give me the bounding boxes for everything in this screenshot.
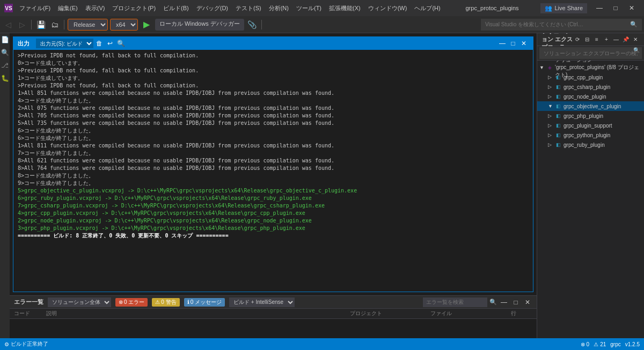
error-status-icon: ⊗ xyxy=(581,341,585,347)
output-minimize-btn[interactable]: — xyxy=(497,39,507,48)
output-content[interactable]: >Previous IPDB not found, fall back to f… xyxy=(13,50,533,292)
app-icon: VS xyxy=(4,4,13,12)
project-icon: ◧ xyxy=(554,112,562,120)
live-share-icon: 👥 xyxy=(545,5,552,12)
menu-view[interactable]: 表示(V) xyxy=(82,3,108,13)
menu-analyze[interactable]: 分析(N) xyxy=(266,3,292,13)
output-wrap-btn[interactable]: ↩ xyxy=(105,39,115,48)
minimize-button[interactable]: — xyxy=(591,1,608,16)
activity-git[interactable]: ⎇ xyxy=(1,61,9,70)
output-line: 8>All 621 functions were compiled becaus… xyxy=(18,157,529,165)
save-all-button[interactable]: 🗂 xyxy=(49,19,61,31)
message-count-badge[interactable]: ℹ 0 メッセージ xyxy=(184,298,225,307)
error-count-badge[interactable]: ⊗ 0 エラー xyxy=(115,298,148,307)
se-new-sol-btn[interactable]: + xyxy=(602,35,611,44)
error-panel-minimize[interactable]: — xyxy=(499,297,509,307)
project-icon: ◧ xyxy=(554,122,562,129)
se-title-bar: ソリューション エクスプローラー ⟳ ⊟ ≡ + — 📌 ✕ xyxy=(537,33,644,46)
activity-files[interactable]: 📄 xyxy=(1,35,9,44)
se-search-icon: 🔍 xyxy=(633,47,640,53)
output-title: 出力 xyxy=(18,40,30,48)
output-line: 3>grpc_php_plugin.vcxproj -> D:\c++\MyRP… xyxy=(18,225,529,232)
menu-build[interactable]: ビルド(B) xyxy=(160,3,192,13)
solution-explorer: ソリューション エクスプローラー ⟳ ⊟ ≡ + — 📌 ✕ 🔍 ▼ ◈ ソリュ… xyxy=(537,33,644,338)
toolbar-sep-2 xyxy=(64,20,64,29)
error-search-input[interactable] xyxy=(423,297,487,307)
debug-target-label: ローカル Windows デバッガー xyxy=(155,19,244,31)
menu-debug[interactable]: デバッグ(D) xyxy=(193,3,231,13)
se-search-bar: 🔍 xyxy=(537,46,644,61)
live-share-button[interactable]: 👥 Live Share xyxy=(540,3,587,13)
project-node-csharp[interactable]: ▷ ◧ grpc_csharp_plugin xyxy=(537,82,644,92)
output-line: 1>コード生成しています。 xyxy=(18,75,529,82)
col-header-desc: 説明 xyxy=(46,310,350,317)
menu-file[interactable]: ファイル(F) xyxy=(16,3,54,13)
output-line: 7>コード生成が終了しました。 xyxy=(18,150,529,157)
title-right: 👥 Live Share — □ ✕ xyxy=(540,1,640,16)
expand-icon: ▷ xyxy=(548,132,554,138)
project-icon: ◧ xyxy=(554,141,562,148)
activity-debug[interactable]: 🐛 xyxy=(1,74,9,83)
warning-count-badge[interactable]: ⚠ 0 警告 xyxy=(152,298,179,307)
back-button[interactable]: ◁ xyxy=(2,19,14,31)
error-panel-controls: 🔍 — □ ✕ xyxy=(423,297,532,307)
project-node-php[interactable]: ▷ ◧ grpc_php_plugin xyxy=(537,111,644,121)
expand-icon: ▼ xyxy=(539,65,546,70)
se-minimize-btn[interactable]: — xyxy=(612,35,620,44)
forward-button[interactable]: ▷ xyxy=(16,19,28,31)
error-panel-close[interactable]: ✕ xyxy=(523,297,532,307)
project-node-python[interactable]: ▷ ◧ grpc_python_plugin xyxy=(537,130,644,140)
status-errors[interactable]: ⊗ 0 xyxy=(581,341,590,347)
error-filter-select[interactable]: ビルド + IntelliSense xyxy=(229,297,295,307)
toolbar: ◁ ▷ 💾 🗂 Release x64 ▶ ローカル Windows デバッガー… xyxy=(0,16,644,33)
save-button[interactable]: 💾 xyxy=(35,19,47,31)
arch-dropdown[interactable]: x64 xyxy=(110,19,138,31)
se-search-input[interactable] xyxy=(539,47,642,59)
message-icon: ℹ xyxy=(187,299,189,305)
output-maximize-btn[interactable]: □ xyxy=(508,39,518,48)
expand-icon: ▼ xyxy=(548,103,554,109)
project-label: grpc_objective_c_plugin xyxy=(564,103,621,109)
menu-edit[interactable]: 編集(E) xyxy=(55,3,81,13)
activity-search[interactable]: 🔍 xyxy=(1,48,9,57)
se-collapse-btn[interactable]: ⊟ xyxy=(583,35,591,44)
output-line: >Previous IPDB not found, fall back to f… xyxy=(18,82,529,90)
search-input[interactable] xyxy=(485,21,630,27)
project-node-ruby[interactable]: ▷ ◧ grpc_ruby_plugin xyxy=(537,140,644,150)
config-dropdown[interactable]: Release xyxy=(68,19,108,31)
project-node-support[interactable]: ▷ ◧ grpc_plugin_support xyxy=(537,121,644,130)
project-node-node[interactable]: ▷ ◧ grpc_node_plugin xyxy=(537,92,644,101)
output-panel-header: 出力 出力元(S): ビルド 🗑 ↩ 🔍 — □ ✕ xyxy=(13,37,533,50)
project-label: grpc_node_plugin xyxy=(564,94,606,100)
attach-button[interactable]: 📎 xyxy=(246,19,258,31)
output-close-btn[interactable]: ✕ xyxy=(519,39,529,48)
output-source-select[interactable]: 出力元(S): ビルド xyxy=(36,39,93,48)
menu-help[interactable]: ヘルプ(H) xyxy=(411,3,443,13)
menu-project[interactable]: プロジェクト(P) xyxy=(109,3,159,13)
output-clear-btn[interactable]: 🗑 xyxy=(94,39,104,48)
menu-window[interactable]: ウィンドウ(W) xyxy=(365,3,411,13)
menu-test[interactable]: テスト(S) xyxy=(232,3,265,13)
run-button[interactable]: ▶ xyxy=(140,18,153,31)
se-sync-btn[interactable]: ⟳ xyxy=(573,35,582,44)
solution-root-node[interactable]: ▼ ◈ ソリューション 'grpc_protoc_plugins' (8/8 プ… xyxy=(537,63,644,72)
se-close-btn[interactable]: ✕ xyxy=(631,35,640,44)
output-find-btn[interactable]: 🔍 xyxy=(116,39,126,48)
project-node-objc[interactable]: ▼ ◧ grpc_objective_c_plugin xyxy=(537,101,644,111)
menu-extensions[interactable]: 拡張機能(X) xyxy=(326,3,364,13)
output-line: 5>All 735 functions were compiled becaus… xyxy=(18,120,529,127)
search-icon: 🔍 xyxy=(630,21,638,28)
error-source-select[interactable]: ソリューション全体 xyxy=(48,297,111,307)
error-panel-maximize[interactable]: □ xyxy=(511,297,521,307)
toolbar-sep-3 xyxy=(261,20,262,29)
output-line: 4>コード生成が終了しました。 xyxy=(18,97,529,105)
menu-tools[interactable]: ツール(T) xyxy=(293,3,325,13)
output-line: 7>grpc_csharp_plugin.vcxproj -> D:\c++\M… xyxy=(18,202,529,210)
close-button[interactable]: ✕ xyxy=(624,1,640,16)
status-warnings[interactable]: ⚠ 21 xyxy=(594,341,606,347)
output-line: 4>grpc_cpp_plugin.vcxproj -> D:\c++\MyRP… xyxy=(18,210,529,217)
se-properties-btn[interactable]: ≡ xyxy=(592,35,601,44)
maximize-button[interactable]: □ xyxy=(608,1,624,16)
se-pin-btn[interactable]: 📌 xyxy=(621,35,630,44)
output-panel: 出力 出力元(S): ビルド 🗑 ↩ 🔍 — □ ✕ >Previous IPD… xyxy=(13,36,533,292)
